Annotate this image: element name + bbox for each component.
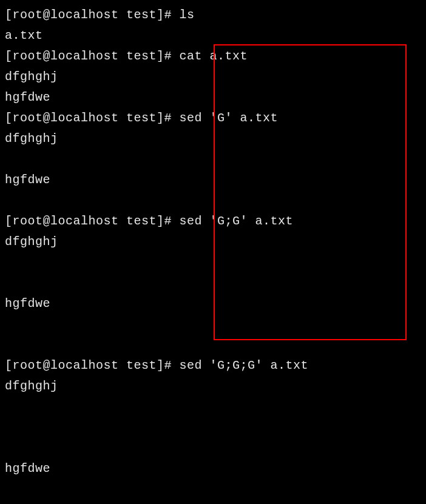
terminal-output-line: dfghghj xyxy=(5,376,421,397)
shell-prompt: [root@localhost test]# xyxy=(5,8,180,22)
terminal-command-line: [root@localhost test]# cat a.txt xyxy=(5,46,421,67)
output-text xyxy=(5,400,13,414)
command-text: sed 'G;G;G' a.txt xyxy=(180,358,309,372)
output-text xyxy=(5,441,13,455)
terminal-output-line: hgfdwe xyxy=(5,87,421,108)
output-text xyxy=(5,255,13,269)
terminal-output-line: dfghghj xyxy=(5,67,421,87)
terminal-output-line xyxy=(5,314,421,335)
output-text: dfghghj xyxy=(5,132,58,146)
output-text xyxy=(5,420,13,434)
terminal-output-line xyxy=(5,479,421,500)
output-text: dfghghj xyxy=(5,379,58,393)
output-text xyxy=(5,317,13,331)
output-text xyxy=(5,193,13,207)
output-text: a.txt xyxy=(5,29,43,42)
terminal-output-line xyxy=(5,500,421,504)
shell-prompt: [root@localhost test]# xyxy=(5,111,180,125)
terminal-output-line xyxy=(5,190,421,211)
terminal-output-line: hgfdwe xyxy=(5,170,421,190)
terminal-command-line: [root@localhost test]# sed 'G' a.txt xyxy=(5,108,421,129)
output-text xyxy=(5,152,13,166)
output-text: hgfdwe xyxy=(5,90,50,104)
shell-prompt: [root@localhost test]# xyxy=(5,49,180,63)
terminal-output-line: a.txt xyxy=(5,25,421,46)
terminal-output-line xyxy=(5,273,421,294)
output-text: dfghghj xyxy=(5,70,58,84)
terminal-output-line xyxy=(5,335,421,355)
terminal-output-line xyxy=(5,149,421,170)
output-text: hgfdwe xyxy=(5,173,50,187)
terminal-output-line: hgfdwe xyxy=(5,294,421,314)
command-text: ls xyxy=(180,8,195,22)
terminal-command-line: [root@localhost test]# sed 'G;G;G' a.txt xyxy=(5,355,421,376)
command-text: cat a.txt xyxy=(180,49,248,63)
terminal-output-line: hgfdwe xyxy=(5,459,421,479)
command-text: sed 'G;G' a.txt xyxy=(180,214,294,228)
output-text xyxy=(5,338,13,352)
terminal-command-line: [root@localhost test]# ls xyxy=(5,5,421,25)
terminal-output-line xyxy=(5,438,421,459)
terminal-output-line xyxy=(5,397,421,417)
command-text: sed 'G' a.txt xyxy=(180,111,279,125)
terminal-output-line xyxy=(5,252,421,273)
terminal-output-line: dfghghj xyxy=(5,129,421,149)
output-text: hgfdwe xyxy=(5,462,50,475)
output-text xyxy=(5,482,13,496)
shell-prompt: [root@localhost test]# xyxy=(5,358,180,372)
terminal-window[interactable]: [root@localhost test]# lsa.txt[root@loca… xyxy=(5,5,421,504)
terminal-output-line: dfghghj xyxy=(5,232,421,252)
shell-prompt: [root@localhost test]# xyxy=(5,214,180,228)
output-text: hgfdwe xyxy=(5,297,50,311)
terminal-command-line: [root@localhost test]# sed 'G;G' a.txt xyxy=(5,211,421,232)
output-text: dfghghj xyxy=(5,235,58,249)
output-text xyxy=(5,276,13,290)
terminal-output-line xyxy=(5,417,421,438)
